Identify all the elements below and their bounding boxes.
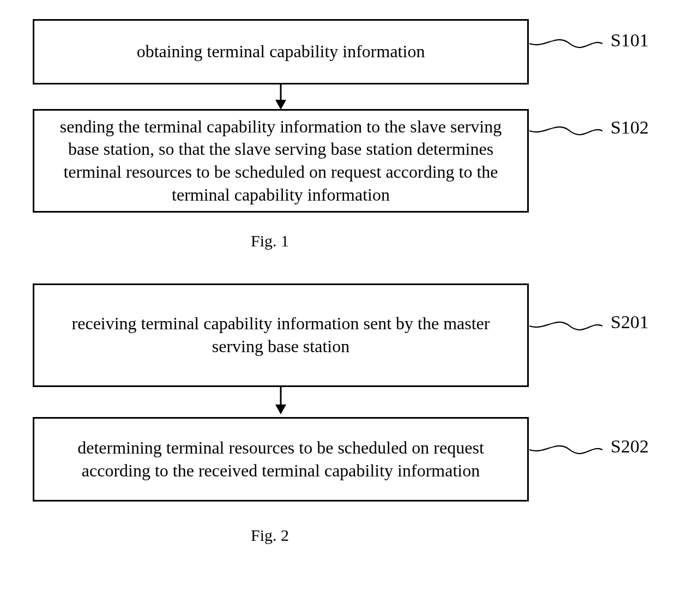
s201-squiggle-connector [33,283,632,349]
s102-squiggle-connector [33,109,632,153]
step-label-s102: S102 [611,117,649,138]
s202-squiggle-connector [33,417,632,472]
step-label-s101: S101 [611,30,649,51]
svg-marker-3 [275,404,286,414]
step-label-s201: S201 [611,312,649,333]
figure-1-caption: Fig. 1 [251,232,289,250]
figure-2-caption: Fig. 2 [251,526,289,545]
s101-squiggle-connector [33,19,632,63]
step-label-s202: S202 [611,436,649,457]
arrow-s101-s102 [273,84,289,112]
arrow-s201-s202 [273,387,289,417]
svg-marker-1 [275,100,286,110]
